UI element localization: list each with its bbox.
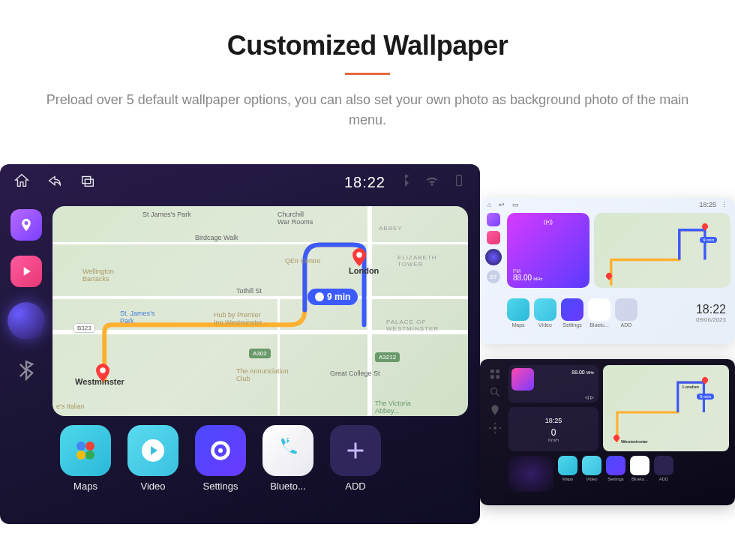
dock-item-add[interactable]: ADD: [654, 456, 674, 481]
sidebar-assistant-icon[interactable]: [8, 302, 45, 340]
dock-item-add[interactable]: ADD: [330, 425, 381, 492]
back-icon[interactable]: [46, 172, 63, 192]
eta-badge: 9 min: [700, 237, 717, 243]
map-label-london: London: [349, 266, 379, 275]
map-label: The Victoria Abbey...: [375, 400, 411, 415]
radio-freq: 88.00: [572, 370, 585, 375]
map-label: ELIZABETH TOWER: [398, 254, 437, 268]
sidebar-play-icon[interactable]: [10, 256, 42, 287]
sidebar-play-icon[interactable]: [487, 231, 500, 244]
sidebar-location-icon[interactable]: [489, 404, 501, 416]
sidebar-bluetooth-icon[interactable]: [10, 355, 42, 386]
dock-item-add[interactable]: ADD: [615, 298, 638, 328]
radio-card[interactable]: ((•)) FM 88.00 MHz: [507, 213, 590, 288]
radio-band: FM: [513, 268, 543, 274]
dark-dock: Maps Video Settings Blueto... ADD: [508, 456, 729, 493]
svg-point-7: [76, 451, 86, 460]
map-pin-start: [96, 364, 110, 382]
add-icon: [330, 425, 381, 476]
dock-item-maps[interactable]: Maps: [60, 425, 111, 492]
dock-item-bluetooth[interactable]: Blueto...: [630, 456, 650, 481]
map-label: Westminster: [621, 439, 648, 444]
dock-item-bluetooth[interactable]: Blueto...: [588, 298, 610, 328]
speed-value: 0: [551, 427, 556, 438]
dock-item-bluetooth[interactable]: Blueto...: [262, 425, 314, 492]
add-icon: [654, 456, 674, 475]
sidebar-grid-icon[interactable]: [489, 368, 501, 380]
dock-item-settings[interactable]: Settings: [561, 298, 584, 328]
road-badge: A3212: [375, 352, 400, 362]
dock-label: Video: [140, 481, 165, 492]
dark-radio-card[interactable]: 88.00 MHz ◁ ▷: [508, 365, 598, 403]
svg-point-3: [356, 252, 362, 258]
map-panel[interactable]: St James's Park Churchill War Rooms ABBE…: [52, 206, 468, 416]
dock-item-video[interactable]: Video: [534, 298, 556, 328]
maps-icon: [507, 298, 530, 321]
status-bar: 18:22: [0, 164, 480, 200]
svg-point-11: [218, 448, 223, 453]
sidebar-location-icon[interactable]: [487, 213, 500, 226]
map-label: Great College St: [330, 370, 380, 377]
visualizer: [508, 456, 554, 492]
datetime-display: 18:22 09/06/2023: [696, 303, 730, 323]
dock-label: ADD: [345, 481, 365, 492]
map-label: Wellington Barracks: [82, 268, 114, 283]
dock-item-video[interactable]: Video: [582, 456, 602, 481]
phone-icon: [630, 456, 650, 475]
home-icon[interactable]: ⌂: [488, 201, 491, 208]
eta-badge: 9 min: [697, 394, 714, 400]
page-title: Customized Wallpaper: [15, 30, 720, 61]
radio-freq: 88.00: [513, 274, 532, 282]
dock-item-video[interactable]: Video: [128, 425, 178, 492]
dock-label: Maps: [74, 481, 98, 492]
speed-time: 18:25: [545, 417, 562, 424]
svg-point-16: [491, 388, 497, 394]
showcase-area: 18:22: [0, 157, 735, 547]
sidebar-search-icon[interactable]: [489, 386, 501, 398]
svg-rect-15: [496, 375, 500, 379]
wifi-status-icon: [424, 173, 440, 191]
back-icon[interactable]: ↩: [499, 201, 505, 208]
sidebar-bt-icon[interactable]: BT: [487, 270, 500, 283]
settings-icon: [606, 456, 626, 475]
road-badge: A302: [249, 349, 271, 358]
radio-unit: MHz: [586, 370, 594, 375]
maps-icon: [558, 456, 578, 475]
dock-item-maps[interactable]: Maps: [558, 456, 578, 481]
recents-icon[interactable]: ▭: [512, 201, 519, 208]
light-sidebar: BT: [484, 213, 502, 338]
main-screenshot: 18:22: [0, 164, 480, 524]
sidebar-location-icon[interactable]: [10, 209, 42, 241]
speed-unit: Km/h: [548, 438, 559, 442]
map-label: e's Italian: [56, 403, 85, 410]
dock-item-settings[interactable]: Settings: [195, 425, 246, 492]
dock-item-settings[interactable]: Settings: [606, 456, 626, 481]
svg-rect-0: [82, 177, 91, 184]
dock-label: Settings: [203, 481, 238, 492]
svg-rect-14: [490, 375, 494, 379]
home-icon[interactable]: [14, 172, 30, 192]
sidebar-settings-icon[interactable]: [489, 422, 501, 434]
dock-item-maps[interactable]: Maps: [507, 298, 530, 328]
svg-point-8: [86, 451, 94, 460]
page-subtitle: Preload over 5 default wallpaper options…: [38, 90, 698, 130]
dark-speed-card[interactable]: 18:25 0 Km/h: [508, 407, 598, 451]
light-map-panel[interactable]: 9 min: [594, 213, 730, 288]
recents-icon[interactable]: [80, 172, 96, 192]
radio-art: [512, 368, 534, 391]
settings-icon: [561, 298, 584, 321]
svg-rect-2: [457, 175, 462, 185]
svg-point-4: [100, 367, 106, 373]
dark-map-panel[interactable]: 9 min London Westminster: [603, 365, 729, 451]
sidebar: [0, 200, 52, 524]
map-label: QEII Centre: [285, 257, 321, 265]
time-display: 18:22: [696, 303, 726, 316]
sidebar-assistant-icon[interactable]: [485, 249, 502, 265]
map-label: London: [682, 385, 699, 389]
map-label: St James's Park: [142, 211, 191, 218]
dock-label: Blueto...: [270, 481, 306, 492]
video-icon: [582, 456, 602, 475]
road-badge: B323: [74, 323, 95, 333]
map-label: Tothill St: [236, 287, 262, 295]
light-status-bar: ⌂ ↩ ▭ 18:25 ⋮: [480, 198, 735, 211]
